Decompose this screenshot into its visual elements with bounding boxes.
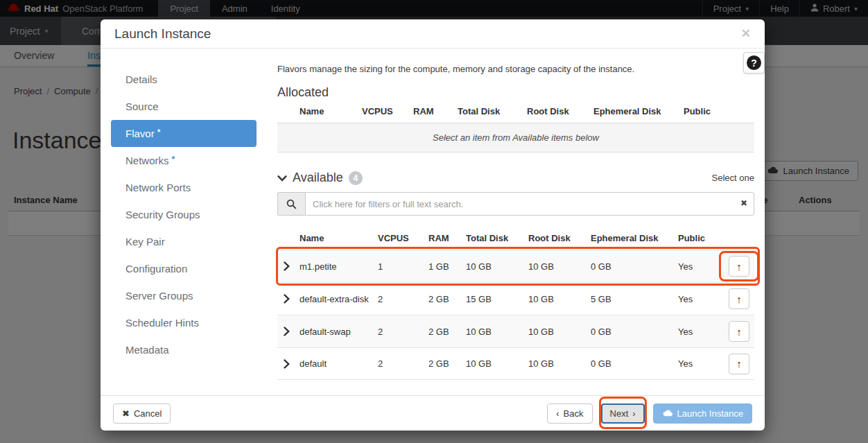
flavor-vcpus: 2 [378,358,428,369]
flavor-public: Yes [678,261,724,272]
wizard-nav: Details Source Flavor* Networks* Network… [101,49,270,395]
wizard-step-networks[interactable]: Networks* [111,147,257,174]
next-button[interactable]: Next › [601,403,645,424]
required-marker: * [157,128,161,137]
x-cancel-icon: ✖ [122,409,130,418]
flavor-ephemeral-disk: 0 GB [591,358,678,369]
wizard-step-key-pair[interactable]: Key Pair [111,228,257,255]
allocated-heading: Allocated [277,85,754,100]
flavor-ram: 2 GB [428,294,466,304]
modal-title: Launch Instance [114,26,211,42]
launch-instance-modal: Launch Instance ✕ ? Details Source Flavo… [101,19,765,431]
flavor-row-default-extra-disk[interactable]: default-extra-disk 2 2 GB 15 GB 10 GB 5 … [277,282,754,315]
step-description: Flavors manage the sizing for the comput… [277,64,754,74]
chevron-right-icon[interactable] [277,294,300,304]
flavor-public: Yes [678,327,724,337]
flavor-row-default-swap[interactable]: default-swap 2 2 GB 10 GB 10 GB 0 GB Yes… [277,315,754,347]
screen: Red Hat OpenStack Platform Project Admin… [0,0,868,443]
wizard-step-network-ports[interactable]: Network Ports [111,174,257,201]
select-one-hint: Select one [712,173,754,183]
allocate-flavor-button[interactable]: ↑ [729,354,749,374]
available-count-badge: 4 [349,171,363,185]
flavor-ephemeral-disk: 0 GB [591,327,678,337]
wizard-step-security-groups[interactable]: Security Groups [111,201,257,228]
wizard-step-scheduler-hints[interactable]: Scheduler Hints [111,309,257,336]
flavor-public: Yes [678,294,724,304]
flavor-name: default [300,358,378,369]
flavor-ram: 2 GB [428,327,466,337]
available-heading: Available [293,171,343,185]
flavor-root-disk: 10 GB [528,358,591,369]
available-table-header: Name VCPUS RAM Total Disk Root Disk Ephe… [277,227,754,250]
wizard-step-configuration[interactable]: Configuration [111,255,257,282]
flavor-root-disk: 10 GB [528,327,591,337]
flavor-search-bar: ✖ [277,192,754,216]
flavor-ephemeral-disk: 5 GB [591,294,678,304]
search-icon[interactable] [277,192,305,216]
flavor-vcpus: 1 [378,261,428,272]
angle-right-icon: › [632,409,635,418]
available-flavors-table: Name VCPUS RAM Total Disk Root Disk Ephe… [277,227,754,380]
wizard-step-flavor[interactable]: Flavor* [111,120,257,147]
allocate-flavor-button[interactable]: ↑ [729,321,749,342]
chevron-right-icon[interactable] [277,261,300,271]
cancel-button[interactable]: ✖ Cancel [113,403,171,424]
flavor-total-disk: 10 GB [466,358,528,369]
help-button[interactable]: ? [743,52,765,73]
flavor-total-disk: 10 GB [466,261,528,272]
flavor-name: m1.petite [300,261,378,272]
wizard-step-server-groups[interactable]: Server Groups [111,282,257,309]
arrow-up-icon: ↑ [736,261,742,272]
modal-header: Launch Instance ✕ [101,19,765,49]
flavor-public: Yes [678,358,724,369]
back-button[interactable]: ‹ Back [547,403,592,424]
flavor-row-m1-petite[interactable]: m1.petite 1 1 GB 10 GB 10 GB 0 GB Yes ↑ [277,250,754,282]
flavor-name: default-swap [300,327,378,337]
chevron-down-icon[interactable] [277,172,287,184]
available-section-header: Available 4 Select one [277,171,754,185]
wizard-step-source[interactable]: Source [111,93,257,120]
allocated-empty-message: Select an item from Available items belo… [277,123,754,153]
modal-body: Details Source Flavor* Networks* Network… [101,49,765,395]
chevron-right-icon[interactable] [277,359,300,369]
flavor-vcpus: 2 [378,294,428,304]
arrow-up-icon: ↑ [736,326,742,338]
allocate-flavor-button[interactable]: ↑ [729,256,749,277]
wizard-step-details[interactable]: Details [111,66,257,93]
flavor-total-disk: 10 GB [466,327,528,337]
question-mark-icon: ? [747,55,761,70]
search-input[interactable] [305,192,754,216]
flavor-total-disk: 15 GB [466,294,528,304]
required-marker: * [172,155,175,164]
flavor-name: default-extra-disk [300,294,378,304]
flavor-ram: 1 GB [428,261,466,272]
wizard-step-metadata[interactable]: Metadata [111,336,257,363]
arrow-up-icon: ↑ [736,358,742,370]
flavor-row-default[interactable]: default 2 2 GB 10 GB 10 GB 0 GB Yes ↑ [277,347,754,380]
modal-footer: ✖ Cancel ‹ Back Next › Launch Instance [101,395,765,431]
flavor-ram: 2 GB [428,358,466,369]
allocate-flavor-button[interactable]: ↑ [729,288,749,309]
close-icon[interactable]: ✕ [741,28,751,40]
flavor-ephemeral-disk: 0 GB [591,261,678,272]
chevron-right-icon[interactable] [277,327,300,336]
flavor-root-disk: 10 GB [528,294,591,304]
cloud-upload-icon [662,408,673,419]
flavor-vcpus: 2 [378,327,428,337]
flavor-step-content: Flavors manage the sizing for the comput… [270,49,765,395]
clear-search-icon[interactable]: ✖ [740,199,747,207]
arrow-up-icon: ↑ [736,293,742,305]
launch-instance-button-disabled: Launch Instance [653,403,752,424]
flavor-root-disk: 10 GB [528,261,591,272]
allocated-table-header: Name VCPUS RAM Total Disk Root Disk Ephe… [277,100,754,123]
angle-left-icon: ‹ [556,409,559,418]
